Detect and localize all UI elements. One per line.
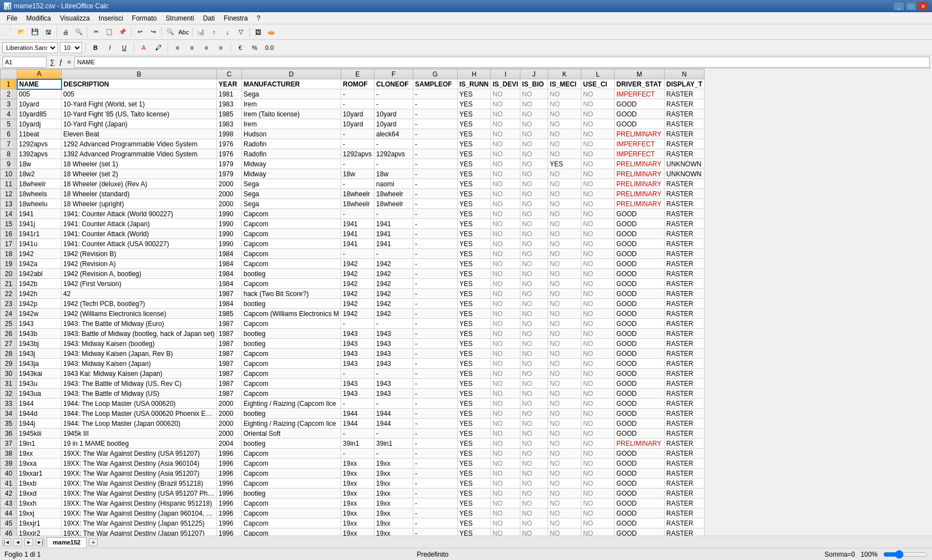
row-header-44[interactable]: 44 — [1, 508, 17, 518]
cell[interactable]: NO — [520, 429, 548, 439]
cell[interactable]: - — [413, 159, 458, 169]
row-header-33[interactable]: 33 — [1, 399, 17, 409]
cell[interactable]: GOOD — [615, 249, 665, 259]
row-header-27[interactable]: 27 — [1, 339, 17, 349]
col-header-A[interactable]: A — [17, 69, 62, 79]
cell[interactable]: NO — [548, 139, 581, 149]
cell[interactable]: 18wheelr — [374, 199, 413, 209]
cell[interactable]: YES — [458, 249, 491, 259]
cell[interactable]: 1941: Counter Attack (Japan) — [62, 219, 217, 229]
cell[interactable]: 1990 — [217, 229, 242, 239]
cell[interactable]: - — [413, 279, 458, 289]
cell[interactable]: YES — [458, 119, 491, 129]
row-header-28[interactable]: 28 — [1, 349, 17, 359]
cell[interactable]: GOOD — [615, 109, 665, 119]
cell[interactable]: 1996 — [217, 498, 242, 508]
cell[interactable]: NO — [548, 99, 581, 109]
cell[interactable]: NO — [548, 498, 581, 508]
cell[interactable]: 1998 — [217, 129, 242, 139]
cell[interactable]: 18 Wheeler (upright) — [62, 199, 217, 209]
cell[interactable]: GOOD — [615, 229, 665, 239]
cell[interactable]: GOOD — [615, 409, 665, 419]
cell[interactable]: 1941: Counter Attack (World) — [62, 229, 217, 239]
cell[interactable]: 1943 — [374, 329, 413, 339]
cell[interactable]: 18w — [17, 159, 62, 169]
cell[interactable]: YES — [458, 419, 491, 429]
row-header-45[interactable]: 45 — [1, 518, 17, 528]
cell[interactable]: NO — [548, 289, 581, 299]
cell[interactable]: YES — [458, 259, 491, 269]
cell[interactable]: YES — [458, 469, 491, 478]
cell[interactable]: 10yard — [374, 109, 413, 119]
cell[interactable]: UNKNOWN — [665, 169, 705, 179]
cell[interactable]: Capcom — [242, 359, 341, 369]
cell[interactable]: NO — [548, 89, 581, 99]
cell[interactable]: YES — [458, 289, 491, 299]
cell[interactable]: RASTER — [665, 528, 705, 536]
cell[interactable]: Oriental Soft — [242, 429, 341, 439]
cell[interactable]: YES — [458, 189, 491, 199]
cell[interactable]: Capcom — [242, 459, 341, 469]
cell[interactable]: 1996 — [217, 518, 242, 528]
cell[interactable]: RASTER — [665, 149, 705, 159]
cell[interactable]: NO — [520, 229, 548, 239]
cell[interactable]: GOOD — [615, 269, 665, 279]
row-header-16[interactable]: 16 — [1, 229, 17, 239]
row-header-36[interactable]: 36 — [1, 429, 17, 439]
row-header-9[interactable]: 9 — [1, 159, 17, 169]
cell[interactable]: 1942 — [374, 269, 413, 279]
cell[interactable]: 1943: Midway Kaisen (bootleg) — [62, 339, 217, 349]
cell[interactable]: RASTER — [665, 419, 705, 429]
cell[interactable]: RASTER — [665, 429, 705, 439]
row-header-2[interactable]: 2 — [1, 89, 17, 99]
cell[interactable]: 18 Wheeler (set 2) — [62, 169, 217, 179]
cell[interactable]: PRELIMINARY — [615, 179, 665, 189]
cell[interactable]: - — [413, 329, 458, 339]
cell[interactable]: YES — [458, 369, 491, 379]
cell[interactable]: 19xxjr2 — [17, 528, 62, 536]
cell[interactable]: NO — [491, 259, 520, 269]
cell[interactable]: YES — [458, 528, 491, 536]
cell[interactable]: 19xx — [17, 449, 62, 459]
cell[interactable]: 39in1 — [341, 439, 374, 449]
cell[interactable]: YES — [458, 409, 491, 419]
cell[interactable]: 1942 — [341, 299, 374, 309]
cell[interactable]: YES — [458, 478, 491, 488]
italic-button[interactable]: I — [104, 42, 116, 54]
cell[interactable]: GOOD — [615, 508, 665, 518]
row-header-22[interactable]: 22 — [1, 289, 17, 299]
cell[interactable]: - — [413, 469, 458, 478]
cell[interactable]: 1941 — [374, 229, 413, 239]
cell[interactable]: RASTER — [665, 488, 705, 498]
cell[interactable]: 18w — [374, 169, 413, 179]
cell[interactable]: 1942 (Tecfri PCB, bootleg?) — [62, 299, 217, 309]
cell[interactable]: Capcom — [242, 469, 341, 478]
cell[interactable]: RASTER — [665, 508, 705, 518]
cell[interactable]: 005 — [17, 89, 62, 99]
col-header-M[interactable]: M — [615, 69, 665, 79]
cell[interactable]: 1292apvs — [374, 149, 413, 159]
cell[interactable]: 19xxb — [17, 478, 62, 488]
cell[interactable]: 1942 — [341, 259, 374, 269]
cell[interactable]: NO — [491, 139, 520, 149]
cell[interactable]: GOOD — [615, 279, 665, 289]
cell[interactable]: - — [413, 459, 458, 469]
cell[interactable]: YEAR — [217, 79, 242, 89]
row-header-34[interactable]: 34 — [1, 409, 17, 419]
cell[interactable]: Capcom — [242, 518, 341, 528]
col-header-E[interactable]: E — [341, 69, 374, 79]
cell[interactable]: - — [413, 289, 458, 299]
open-button[interactable]: 📂 — [16, 26, 28, 38]
cell[interactable]: - — [413, 508, 458, 518]
menu-item-strumenti[interactable]: Strumenti — [161, 13, 199, 23]
cell[interactable]: 1942 (First Version) — [62, 279, 217, 289]
percent-button[interactable]: % — [249, 42, 261, 54]
cell[interactable]: 1943 — [341, 389, 374, 399]
cell[interactable]: RASTER — [665, 518, 705, 528]
cell[interactable]: NO — [548, 439, 581, 449]
cell[interactable]: 1985 — [217, 309, 242, 319]
menu-item-dati[interactable]: Dati — [199, 13, 219, 23]
cell[interactable]: bootleg — [242, 329, 341, 339]
cell[interactable]: GOOD — [615, 209, 665, 219]
cell[interactable]: 1944 — [374, 409, 413, 419]
